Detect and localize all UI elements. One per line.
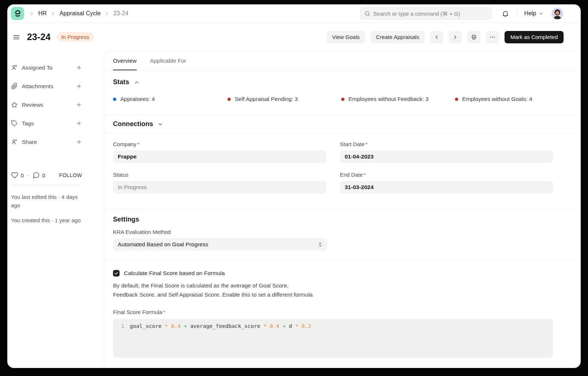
sidebar-item-label: Reviews	[22, 102, 43, 108]
status-badge: In Progress	[57, 32, 94, 42]
code-line: 1 goal_score * 0.4 + average_feedback_sc…	[113, 322, 553, 330]
add-assignment-button[interactable]	[76, 64, 82, 71]
final-score-formula-editor[interactable]: 1 goal_score * 0.4 + average_feedback_sc…	[113, 319, 553, 358]
create-appraisals-button[interactable]: Create Appraisals	[371, 31, 425, 43]
description-line: Feedback Score, and Self Appraisal Score…	[113, 290, 553, 299]
view-goals-button[interactable]: View Goals	[327, 31, 365, 43]
stat-employees-without-goals: Employees without Goals: 4	[455, 96, 553, 102]
start-date-field: Start Date* 01-04-2023	[340, 141, 553, 163]
sidebar-item-assigned-to[interactable]: Assigned To	[11, 58, 82, 77]
red-dot-icon	[341, 98, 344, 101]
formula-description: By default, the Final Score is calculate…	[113, 281, 553, 299]
user-avatar[interactable]	[552, 8, 563, 19]
start-date-label: Start Date*	[340, 141, 553, 147]
breadcrumb: HR Appraisal Cycle 23-24	[29, 10, 128, 17]
header-actions: View Goals Create Appraisals Mark as Com…	[327, 31, 564, 43]
add-tag-button[interactable]	[76, 120, 82, 126]
blue-dot-icon	[113, 98, 116, 101]
hr-logo-icon	[13, 9, 22, 18]
plus-icon	[76, 120, 82, 126]
required-marker: *	[137, 141, 139, 147]
created-note: You created this · 1 year ago	[11, 216, 88, 224]
content: Assigned To Attachments Reviews Tags Sha	[7, 51, 581, 368]
paperclip-icon	[11, 83, 18, 90]
calculate-final-score-row[interactable]: Calculate Final Score based on Formula	[113, 270, 553, 277]
settings-heading: Settings	[113, 216, 139, 223]
follow-button[interactable]: FOLLOW	[59, 172, 82, 178]
stat-label: Self Appraisal Pending: 3	[235, 96, 298, 102]
add-attachment-button[interactable]	[76, 83, 82, 89]
navbar: HR Appraisal Cycle 23-24 Help	[7, 4, 581, 23]
prev-record-button[interactable]	[430, 31, 443, 43]
next-record-button[interactable]	[449, 31, 462, 43]
more-actions-button[interactable]	[486, 31, 499, 43]
kra-label: KRA Evaluation Method	[113, 229, 327, 235]
sidebar: Assigned To Attachments Reviews Tags Sha	[7, 51, 104, 368]
formula-checkbox[interactable]	[113, 270, 120, 277]
breadcrumb-item-current: 23-24	[113, 10, 128, 17]
connections-heading: Connections	[113, 120, 153, 128]
company-input[interactable]: Frappe	[113, 150, 326, 163]
connections-section-header[interactable]: Connections	[113, 120, 553, 128]
comment-icon[interactable]	[32, 172, 40, 179]
end-date-label: End Date*	[340, 172, 553, 178]
page-title: 23-24	[27, 32, 51, 42]
add-review-button[interactable]	[76, 102, 82, 108]
breadcrumb-item-hr[interactable]: HR	[38, 10, 47, 17]
notifications-bell-icon[interactable]	[502, 10, 509, 17]
status-field: Status In Progress	[113, 172, 326, 193]
stats-section-header[interactable]: Stats	[113, 78, 553, 86]
chevron-down-icon[interactable]	[157, 121, 163, 127]
chevron-right-icon	[104, 11, 110, 16]
stat-appraisees: Appraisees: 4	[113, 96, 227, 102]
start-date-input[interactable]: 01-04-2023	[340, 150, 553, 163]
comment-count: 0	[42, 172, 45, 179]
help-label: Help	[524, 10, 536, 17]
sidebar-item-attachments[interactable]: Attachments	[11, 77, 82, 95]
sidebar-toggle-icon[interactable]	[12, 33, 20, 41]
breadcrumb-item-appraisal-cycle[interactable]: Appraisal Cycle	[59, 10, 101, 17]
print-button[interactable]	[467, 31, 480, 43]
tab-applicable-for[interactable]: Applicable For	[150, 51, 186, 70]
sidebar-item-share[interactable]: Share	[11, 133, 82, 151]
sidebar-item-label: Tags	[22, 120, 34, 127]
global-search[interactable]	[360, 7, 492, 20]
settings-section: Settings KRA Evaluation Method Automated…	[104, 209, 581, 260]
select-arrows-icon	[318, 242, 323, 247]
sidebar-divider	[11, 185, 82, 185]
red-dot-icon	[227, 98, 231, 101]
search-icon	[364, 11, 370, 17]
heart-icon[interactable]	[11, 172, 18, 179]
sidebar-item-reviews[interactable]: Reviews	[11, 95, 82, 114]
settings-section-header: Settings	[113, 216, 553, 223]
chevron-down-icon	[538, 11, 544, 16]
help-menu[interactable]: Help	[524, 10, 544, 17]
details-form: Company* Frappe Start Date* 01-04-2023 S…	[104, 133, 581, 209]
navbar-right: Help	[360, 7, 563, 20]
star-icon	[11, 101, 18, 108]
app-window: HR Appraisal Cycle 23-24 Help	[7, 4, 581, 368]
line-number: 1	[113, 322, 130, 330]
formula-code[interactable]: goal_score * 0.4 + average_feedback_scor…	[130, 322, 311, 330]
search-input[interactable]	[373, 11, 488, 17]
stats-row: Appraisees: 4 Self Appraisal Pending: 3 …	[113, 96, 553, 102]
stats-heading: Stats	[113, 78, 129, 86]
description-line: By default, the Final Score is calculate…	[113, 281, 553, 290]
mark-as-completed-button[interactable]: Mark as Completed	[505, 31, 564, 43]
sidebar-item-label: Share	[22, 139, 37, 145]
tag-icon	[11, 120, 18, 127]
app-logo[interactable]	[11, 7, 24, 20]
assign-user-icon	[11, 64, 18, 71]
chevron-up-icon[interactable]	[134, 79, 140, 85]
stats-section: Stats Appraisees: 4 Self Appraisal Pendi…	[104, 70, 581, 115]
add-share-button[interactable]	[76, 139, 82, 145]
tab-overview[interactable]: Overview	[113, 51, 137, 70]
like-count: 0	[21, 172, 24, 179]
sidebar-item-tags[interactable]: Tags	[11, 114, 82, 133]
formula-section: Calculate Final Score based on Formula B…	[104, 260, 581, 358]
navbar-divider	[517, 9, 517, 18]
kra-evaluation-method-select[interactable]: Automated Based on Goal Progress	[113, 238, 327, 251]
end-date-input[interactable]: 31-03-2024	[340, 181, 553, 193]
final-score-formula-label: Final Score Formula*	[113, 309, 553, 315]
required-marker: *	[364, 172, 366, 178]
